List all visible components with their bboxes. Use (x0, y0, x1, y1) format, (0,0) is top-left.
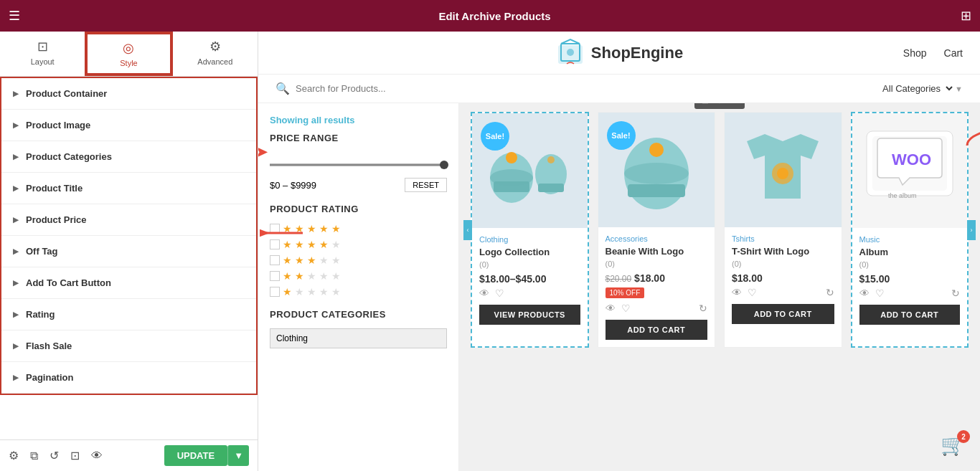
product-category-3: Tshirts (732, 234, 834, 243)
chevron-icon: ▶ (13, 342, 19, 350)
add-to-cart-button-4[interactable]: ADD TO CART (859, 305, 961, 325)
add-to-cart-button-3[interactable]: ADD TO CART (732, 304, 834, 324)
responsive-icon[interactable]: ⊡ (70, 449, 80, 462)
left-handle[interactable]: ‹ (463, 220, 472, 240)
update-button[interactable]: UPDATE (164, 445, 227, 466)
old-price-2: $20.00 (606, 274, 632, 284)
tab-advanced[interactable]: ⚙ Advanced (173, 32, 258, 76)
eye-icon-2[interactable]: 👁 (606, 303, 616, 314)
product-rating-4: (0) (859, 260, 961, 269)
reset-button[interactable]: RESET (405, 178, 447, 192)
menu-icon[interactable]: ☰ (9, 8, 20, 24)
cart-badge: 2 (957, 430, 970, 443)
rating-checkbox-5[interactable] (270, 224, 280, 234)
panel-item-add-to-cart[interactable]: ▶ Add To Cart Button (1, 267, 256, 299)
settings-icon[interactable]: ⚙ (9, 449, 19, 462)
top-bar: ☰ Edit Archive Products ⊞ (0, 0, 980, 32)
panel-item-product-categories[interactable]: ▶ Product Categories (1, 141, 256, 173)
preview-icon[interactable]: 👁 (91, 449, 103, 462)
refresh-icon-4[interactable]: ↻ (951, 287, 960, 299)
toolbar-move-icon[interactable]: ✥ (713, 103, 726, 107)
heart-icon-1[interactable]: ♡ (495, 287, 504, 299)
product-price-4: $15.00 (859, 273, 961, 285)
left-arrow-indicator: ➤ (258, 143, 268, 161)
chevron-icon: ▶ (13, 216, 19, 224)
search-input[interactable] (296, 83, 880, 94)
svg-point-9 (547, 156, 555, 163)
shop-logo: ShopEngine (504, 38, 733, 68)
panel-item-rating[interactable]: ▶ Rating (1, 299, 256, 330)
rating-checkbox-1[interactable] (270, 287, 280, 297)
chevron-left-icon: ‹ (467, 227, 469, 234)
nav-shop[interactable]: Shop (903, 47, 927, 59)
panel-item-label: Flash Sale (26, 341, 72, 351)
panel-item-off-tag[interactable]: ▶ Off Tag (1, 236, 256, 267)
rating-checkbox-4[interactable] (270, 239, 280, 249)
rating-row-2: ★ ★ ★ ★ ★ (270, 270, 447, 282)
heart-icon-2[interactable]: ♡ (621, 303, 631, 314)
toolbar-close-icon[interactable]: ✕ (727, 103, 740, 107)
panel-item-label: Product Image (26, 120, 90, 130)
category-select[interactable]: All Categories (880, 82, 955, 95)
svg-point-16 (777, 168, 788, 179)
price-range-thumb[interactable] (440, 161, 448, 169)
category-dropdown[interactable]: Clothing (270, 328, 447, 348)
eye-icon-1[interactable]: 👁 (479, 287, 489, 299)
tab-style[interactable]: ◎ Style (85, 32, 172, 76)
view-products-button-1[interactable]: VIEW PRODUCTS (479, 305, 580, 325)
panel-item-label: Product Container (26, 88, 107, 99)
logo-icon (555, 38, 585, 68)
product-info-2: Accessories Beanie With Logo (0) $20.00 … (598, 227, 715, 347)
panel-item-flash-sale[interactable]: ▶ Flash Sale (1, 330, 256, 362)
eye-icon-3[interactable]: 👁 (732, 287, 742, 298)
sale-badge-2: Sale! (607, 121, 636, 150)
showing-results-text: all results (311, 115, 355, 125)
product-image-3 (725, 113, 842, 227)
chevron-icon: ▶ (13, 90, 19, 97)
right-handle[interactable]: › (967, 220, 976, 240)
svg-text:WOO: WOO (892, 151, 931, 168)
right-arrow-annotation (960, 120, 980, 151)
panel-item-product-title[interactable]: ▶ Product Title (1, 173, 256, 204)
product-image-4: WOO the album (852, 113, 968, 228)
rating-checkbox-2[interactable] (270, 271, 280, 281)
add-to-cart-button-2[interactable]: ADD TO CART (606, 320, 708, 340)
svg-point-5 (490, 169, 533, 186)
panel-tabs: ⊡ Layout ◎ Style ⚙ Advanced (0, 32, 258, 77)
cart-icon-wrap[interactable]: 🛒 2 (941, 433, 966, 457)
rating-checkbox-3[interactable] (270, 255, 280, 265)
toolbar-handle-icon[interactable]: ⊞ (699, 103, 712, 107)
nav-cart[interactable]: Cart (944, 47, 963, 59)
eye-icon-4[interactable]: 👁 (859, 287, 870, 299)
filter-sidebar: Showing all results PRICE RANGE ➤ (258, 103, 459, 471)
categories-section: PRODUCT CATEGORIES Clothing (270, 309, 447, 348)
panel-item-pagination[interactable]: ▶ Pagination (1, 362, 256, 394)
product-image-2: Sale! (598, 113, 715, 227)
rating-row-4: ★ ★ ★ ★ ★ (270, 239, 447, 250)
off-tag-2: 10% OFF (606, 287, 645, 298)
panel-item-product-image[interactable]: ▶ Product Image (1, 110, 256, 141)
product-category-2: Accessories (606, 234, 708, 243)
svg-point-13 (649, 143, 664, 157)
panel-item-product-container[interactable]: ▶ Product Container (1, 78, 256, 110)
heart-icon-4[interactable]: ♡ (875, 287, 885, 299)
refresh-icon-2[interactable]: ↻ (699, 303, 707, 314)
tab-layout[interactable]: ⊡ Layout (0, 32, 85, 76)
layers-icon[interactable]: ⧉ (30, 449, 38, 462)
grid-icon[interactable]: ⊞ (961, 8, 971, 24)
advanced-icon: ⚙ (209, 39, 221, 54)
heart-icon-3[interactable]: ♡ (748, 287, 757, 298)
history-icon[interactable]: ↺ (50, 449, 59, 462)
update-group: UPDATE ▼ (164, 445, 249, 466)
rating-title: PRODUCT RATING (270, 204, 447, 214)
update-dropdown-button[interactable]: ▼ (227, 445, 249, 466)
product-svg-4: WOO the album (852, 120, 967, 221)
product-title-1: Logo Collection (479, 247, 580, 257)
panel-item-product-price[interactable]: ▶ Product Price (1, 204, 256, 236)
shop-nav: Shop Cart (903, 47, 963, 59)
product-rating-1: (0) (479, 260, 580, 269)
product-category-4: Music (859, 235, 961, 244)
product-category-1: Clothing (479, 235, 580, 244)
refresh-icon-3[interactable]: ↻ (826, 287, 834, 298)
red-arrow-svg (960, 120, 980, 149)
